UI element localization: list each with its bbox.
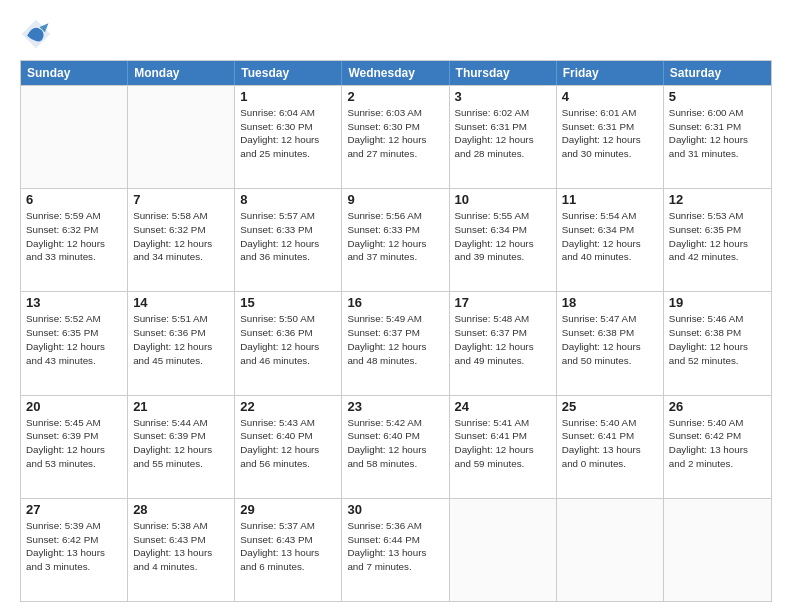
col-header-sunday: Sunday: [21, 61, 128, 85]
day-info: Sunrise: 6:00 AM Sunset: 6:31 PM Dayligh…: [669, 106, 766, 161]
week-row-4: 20Sunrise: 5:45 AM Sunset: 6:39 PM Dayli…: [21, 395, 771, 498]
day-info: Sunrise: 5:59 AM Sunset: 6:32 PM Dayligh…: [26, 209, 122, 264]
cal-cell-4: 4Sunrise: 6:01 AM Sunset: 6:31 PM Daylig…: [557, 86, 664, 188]
cal-cell-23: 23Sunrise: 5:42 AM Sunset: 6:40 PM Dayli…: [342, 396, 449, 498]
day-number: 26: [669, 399, 766, 414]
day-number: 17: [455, 295, 551, 310]
day-number: 3: [455, 89, 551, 104]
logo-icon: [20, 18, 52, 50]
day-number: 13: [26, 295, 122, 310]
day-number: 25: [562, 399, 658, 414]
day-number: 2: [347, 89, 443, 104]
cal-cell-12: 12Sunrise: 5:53 AM Sunset: 6:35 PM Dayli…: [664, 189, 771, 291]
day-number: 16: [347, 295, 443, 310]
day-number: 11: [562, 192, 658, 207]
cal-cell-19: 19Sunrise: 5:46 AM Sunset: 6:38 PM Dayli…: [664, 292, 771, 394]
col-header-thursday: Thursday: [450, 61, 557, 85]
cal-cell-20: 20Sunrise: 5:45 AM Sunset: 6:39 PM Dayli…: [21, 396, 128, 498]
day-info: Sunrise: 5:49 AM Sunset: 6:37 PM Dayligh…: [347, 312, 443, 367]
day-info: Sunrise: 5:46 AM Sunset: 6:38 PM Dayligh…: [669, 312, 766, 367]
day-info: Sunrise: 5:58 AM Sunset: 6:32 PM Dayligh…: [133, 209, 229, 264]
day-number: 23: [347, 399, 443, 414]
day-info: Sunrise: 5:52 AM Sunset: 6:35 PM Dayligh…: [26, 312, 122, 367]
cal-cell-29: 29Sunrise: 5:37 AM Sunset: 6:43 PM Dayli…: [235, 499, 342, 601]
cal-cell-25: 25Sunrise: 5:40 AM Sunset: 6:41 PM Dayli…: [557, 396, 664, 498]
day-number: 8: [240, 192, 336, 207]
calendar-page: SundayMondayTuesdayWednesdayThursdayFrid…: [0, 0, 792, 612]
day-number: 5: [669, 89, 766, 104]
day-info: Sunrise: 6:03 AM Sunset: 6:30 PM Dayligh…: [347, 106, 443, 161]
day-number: 22: [240, 399, 336, 414]
col-header-friday: Friday: [557, 61, 664, 85]
day-info: Sunrise: 5:53 AM Sunset: 6:35 PM Dayligh…: [669, 209, 766, 264]
cal-cell-18: 18Sunrise: 5:47 AM Sunset: 6:38 PM Dayli…: [557, 292, 664, 394]
cal-cell-3: 3Sunrise: 6:02 AM Sunset: 6:31 PM Daylig…: [450, 86, 557, 188]
day-number: 1: [240, 89, 336, 104]
day-number: 4: [562, 89, 658, 104]
day-info: Sunrise: 5:38 AM Sunset: 6:43 PM Dayligh…: [133, 519, 229, 574]
day-number: 27: [26, 502, 122, 517]
week-row-5: 27Sunrise: 5:39 AM Sunset: 6:42 PM Dayli…: [21, 498, 771, 601]
day-info: Sunrise: 5:57 AM Sunset: 6:33 PM Dayligh…: [240, 209, 336, 264]
cal-cell-8: 8Sunrise: 5:57 AM Sunset: 6:33 PM Daylig…: [235, 189, 342, 291]
day-number: 29: [240, 502, 336, 517]
day-info: Sunrise: 6:04 AM Sunset: 6:30 PM Dayligh…: [240, 106, 336, 161]
day-info: Sunrise: 5:47 AM Sunset: 6:38 PM Dayligh…: [562, 312, 658, 367]
week-row-1: 1Sunrise: 6:04 AM Sunset: 6:30 PM Daylig…: [21, 85, 771, 188]
day-number: 9: [347, 192, 443, 207]
day-info: Sunrise: 5:54 AM Sunset: 6:34 PM Dayligh…: [562, 209, 658, 264]
cal-cell-15: 15Sunrise: 5:50 AM Sunset: 6:36 PM Dayli…: [235, 292, 342, 394]
day-number: 14: [133, 295, 229, 310]
cal-cell-2: 2Sunrise: 6:03 AM Sunset: 6:30 PM Daylig…: [342, 86, 449, 188]
logo: [20, 18, 56, 50]
day-info: Sunrise: 5:48 AM Sunset: 6:37 PM Dayligh…: [455, 312, 551, 367]
cal-cell-16: 16Sunrise: 5:49 AM Sunset: 6:37 PM Dayli…: [342, 292, 449, 394]
day-info: Sunrise: 5:37 AM Sunset: 6:43 PM Dayligh…: [240, 519, 336, 574]
day-info: Sunrise: 5:50 AM Sunset: 6:36 PM Dayligh…: [240, 312, 336, 367]
day-number: 19: [669, 295, 766, 310]
day-info: Sunrise: 5:43 AM Sunset: 6:40 PM Dayligh…: [240, 416, 336, 471]
day-number: 6: [26, 192, 122, 207]
day-number: 24: [455, 399, 551, 414]
week-row-2: 6Sunrise: 5:59 AM Sunset: 6:32 PM Daylig…: [21, 188, 771, 291]
day-number: 10: [455, 192, 551, 207]
cal-cell-9: 9Sunrise: 5:56 AM Sunset: 6:33 PM Daylig…: [342, 189, 449, 291]
day-info: Sunrise: 5:40 AM Sunset: 6:41 PM Dayligh…: [562, 416, 658, 471]
cal-cell-empty-0-0: [21, 86, 128, 188]
day-info: Sunrise: 5:36 AM Sunset: 6:44 PM Dayligh…: [347, 519, 443, 574]
day-info: Sunrise: 5:41 AM Sunset: 6:41 PM Dayligh…: [455, 416, 551, 471]
cal-cell-26: 26Sunrise: 5:40 AM Sunset: 6:42 PM Dayli…: [664, 396, 771, 498]
day-info: Sunrise: 5:56 AM Sunset: 6:33 PM Dayligh…: [347, 209, 443, 264]
day-number: 21: [133, 399, 229, 414]
cal-cell-10: 10Sunrise: 5:55 AM Sunset: 6:34 PM Dayli…: [450, 189, 557, 291]
cal-cell-30: 30Sunrise: 5:36 AM Sunset: 6:44 PM Dayli…: [342, 499, 449, 601]
cal-cell-13: 13Sunrise: 5:52 AM Sunset: 6:35 PM Dayli…: [21, 292, 128, 394]
cal-cell-empty-4-6: [664, 499, 771, 601]
calendar-header-row: SundayMondayTuesdayWednesdayThursdayFrid…: [21, 61, 771, 85]
cal-cell-empty-4-5: [557, 499, 664, 601]
cal-cell-27: 27Sunrise: 5:39 AM Sunset: 6:42 PM Dayli…: [21, 499, 128, 601]
page-header: [20, 18, 772, 50]
cal-cell-17: 17Sunrise: 5:48 AM Sunset: 6:37 PM Dayli…: [450, 292, 557, 394]
calendar-body: 1Sunrise: 6:04 AM Sunset: 6:30 PM Daylig…: [21, 85, 771, 601]
day-info: Sunrise: 5:39 AM Sunset: 6:42 PM Dayligh…: [26, 519, 122, 574]
calendar: SundayMondayTuesdayWednesdayThursdayFrid…: [20, 60, 772, 602]
day-number: 15: [240, 295, 336, 310]
col-header-saturday: Saturday: [664, 61, 771, 85]
day-number: 20: [26, 399, 122, 414]
cal-cell-21: 21Sunrise: 5:44 AM Sunset: 6:39 PM Dayli…: [128, 396, 235, 498]
day-info: Sunrise: 5:40 AM Sunset: 6:42 PM Dayligh…: [669, 416, 766, 471]
cal-cell-11: 11Sunrise: 5:54 AM Sunset: 6:34 PM Dayli…: [557, 189, 664, 291]
cal-cell-5: 5Sunrise: 6:00 AM Sunset: 6:31 PM Daylig…: [664, 86, 771, 188]
day-info: Sunrise: 6:01 AM Sunset: 6:31 PM Dayligh…: [562, 106, 658, 161]
col-header-tuesday: Tuesday: [235, 61, 342, 85]
col-header-monday: Monday: [128, 61, 235, 85]
cal-cell-6: 6Sunrise: 5:59 AM Sunset: 6:32 PM Daylig…: [21, 189, 128, 291]
cal-cell-22: 22Sunrise: 5:43 AM Sunset: 6:40 PM Dayli…: [235, 396, 342, 498]
cal-cell-28: 28Sunrise: 5:38 AM Sunset: 6:43 PM Dayli…: [128, 499, 235, 601]
day-number: 7: [133, 192, 229, 207]
day-number: 28: [133, 502, 229, 517]
day-info: Sunrise: 5:44 AM Sunset: 6:39 PM Dayligh…: [133, 416, 229, 471]
day-info: Sunrise: 5:42 AM Sunset: 6:40 PM Dayligh…: [347, 416, 443, 471]
week-row-3: 13Sunrise: 5:52 AM Sunset: 6:35 PM Dayli…: [21, 291, 771, 394]
